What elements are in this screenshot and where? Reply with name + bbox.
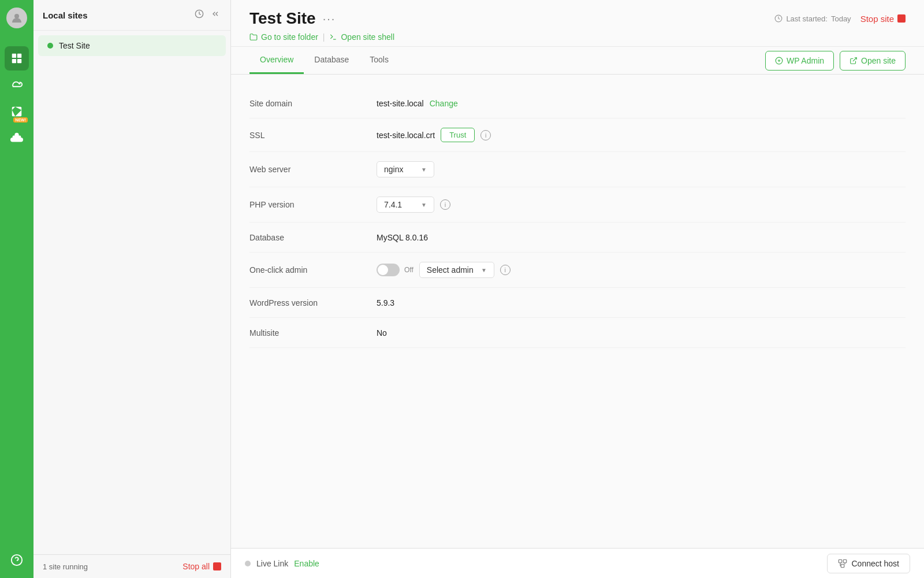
value-multisite: No (377, 328, 387, 338)
stop-site-label: Stop site (860, 14, 894, 24)
collapse-button[interactable] (210, 8, 221, 22)
multisite-value: No (377, 328, 387, 338)
chevron-down-icon-admin: ▼ (481, 267, 487, 273)
row-wp-version: WordPress version 5.9.3 (249, 288, 906, 318)
row-site-domain: Site domain test-site.local Change (249, 88, 906, 118)
svg-rect-1 (12, 54, 16, 58)
select-admin-dropdown[interactable]: Select admin ▼ (419, 262, 494, 278)
header-right: Last started: Today Stop site (774, 14, 906, 24)
wp-admin-label: WP Admin (787, 56, 824, 65)
sites-panel: Local sites Test Site 1 site running Sto… (33, 0, 231, 578)
site-item[interactable]: Test Site (38, 35, 226, 56)
label-wp-version: WordPress version (249, 298, 377, 307)
tab-database[interactable]: Database (304, 47, 359, 74)
value-web-server: nginx ▼ (377, 161, 434, 177)
open-shell-label: Open site shell (341, 32, 394, 42)
svg-rect-12 (843, 560, 846, 562)
one-click-admin-toggle[interactable] (377, 264, 400, 276)
chevron-down-icon: ▼ (421, 166, 427, 173)
tab-overview[interactable]: Overview (249, 47, 304, 74)
tabs: Overview Database Tools (249, 47, 399, 74)
row-one-click-admin: One-click admin Off Select admin ▼ i (249, 253, 906, 288)
folder-icon (249, 33, 258, 41)
value-site-domain: test-site.local Change (377, 99, 458, 108)
toggle-wrap: Off (377, 264, 413, 276)
site-item-name: Test Site (59, 41, 90, 50)
open-site-button[interactable]: Open site (840, 51, 906, 71)
trust-button[interactable]: Trust (441, 128, 475, 142)
live-link-section: Live Link Enable (245, 559, 319, 568)
web-server-dropdown[interactable]: nginx ▼ (377, 161, 434, 177)
go-to-folder-link[interactable]: Go to site folder (249, 32, 318, 42)
stop-all-button[interactable]: Stop all (182, 562, 221, 571)
stop-all-label: Stop all (182, 562, 210, 571)
sub-header: Go to site folder | Open site shell (231, 28, 924, 47)
site-count: 1 site running (43, 562, 88, 571)
stop-site-button[interactable]: Stop site (860, 14, 906, 24)
select-admin-value: Select admin (427, 265, 474, 275)
wp-admin-button[interactable]: WP Admin (765, 51, 834, 71)
sites-panel-header: Local sites (33, 0, 230, 31)
external-link-icon (850, 57, 858, 65)
main-footer: Live Link Enable Connect host (231, 548, 924, 578)
ssl-info-icon[interactable]: i (480, 130, 491, 140)
live-link-label: Live Link (256, 559, 288, 568)
connect-host-button[interactable]: Connect host (827, 554, 911, 573)
last-started-value: Today (831, 14, 851, 23)
ssl-value: test-site.local.crt (377, 131, 435, 140)
svg-rect-13 (841, 564, 844, 567)
svg-rect-3 (12, 59, 16, 63)
sidebar-item-local-sites[interactable] (5, 46, 29, 71)
open-site-label: Open site (861, 56, 896, 65)
label-ssl: SSL (249, 131, 377, 140)
history-button[interactable] (193, 8, 205, 22)
terminal-icon (329, 33, 337, 41)
row-multisite: Multisite No (249, 318, 906, 348)
sidebar-item-help[interactable] (5, 548, 29, 572)
new-badge: NEW! (13, 117, 28, 123)
sidebar-item-extensions[interactable] (5, 126, 29, 150)
label-site-domain: Site domain (249, 99, 377, 108)
more-options-button[interactable]: ··· (323, 12, 336, 25)
value-ssl: test-site.local.crt Trust i (377, 128, 491, 142)
sidebar-item-avatar[interactable] (5, 6, 29, 30)
open-shell-link[interactable]: Open site shell (329, 32, 394, 42)
stop-site-icon (897, 14, 906, 23)
sidebar-item-new[interactable]: NEW! (5, 99, 29, 124)
tab-tools[interactable]: Tools (359, 47, 399, 74)
label-web-server: Web server (249, 165, 377, 174)
svg-rect-11 (839, 560, 841, 562)
sites-panel-title: Local sites (43, 10, 88, 20)
wp-icon (775, 57, 783, 65)
change-domain-link[interactable]: Change (430, 99, 458, 108)
live-link-dot (245, 561, 251, 566)
sites-panel-actions (193, 8, 221, 22)
php-version-value: 7.4.1 (384, 200, 402, 209)
php-version-dropdown[interactable]: 7.4.1 ▼ (377, 197, 434, 213)
admin-info-icon[interactable]: i (500, 265, 511, 275)
stop-all-icon (213, 562, 221, 570)
connect-icon (838, 559, 847, 568)
row-php-version: PHP version 7.4.1 ▼ i (249, 187, 906, 223)
domain-value: test-site.local (377, 99, 424, 108)
php-info-icon[interactable]: i (440, 199, 450, 210)
site-status-dot (47, 43, 53, 49)
tabs-row: Overview Database Tools WP Admin Open si… (231, 47, 924, 75)
sidebar-item-cloud[interactable] (5, 73, 29, 97)
divider: | (323, 32, 325, 42)
value-one-click-admin: Off Select admin ▼ i (377, 262, 511, 278)
site-title-row: Test Site ··· (249, 9, 336, 28)
sites-panel-footer: 1 site running Stop all (33, 554, 230, 578)
clock-icon (774, 14, 783, 23)
tab-actions: WP Admin Open site (765, 51, 906, 71)
web-server-value: nginx (384, 165, 403, 174)
live-enable-button[interactable]: Enable (294, 559, 319, 568)
svg-rect-4 (17, 59, 21, 63)
value-wp-version: 5.9.3 (377, 298, 394, 307)
label-one-click-admin: One-click admin (249, 265, 377, 275)
label-database: Database (249, 233, 377, 242)
database-value: MySQL 8.0.16 (377, 233, 428, 242)
sidebar-icons: NEW! (0, 0, 33, 578)
connect-host-label: Connect host (852, 559, 900, 568)
last-started-label: Last started: (786, 14, 828, 23)
